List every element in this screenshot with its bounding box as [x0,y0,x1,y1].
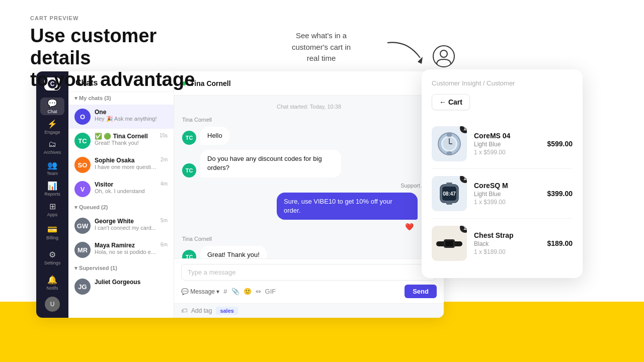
cart-item-name: CoreSQ M [474,182,530,190]
chat-avatar: TC [74,133,91,149]
svg-text:08:47: 08:47 [443,191,456,197]
chat-tags: 🏷 Add tag sales [174,303,444,318]
chat-name: One [95,109,168,116]
msg-avatar: TC [182,250,196,258]
message-bubble: Great! Thank you! [200,246,267,258]
svg-rect-15 [446,183,452,186]
chat-name: ✅ 🟢 Tina Cornell [95,133,155,140]
chat-item-maya[interactable]: MR Maya Ramirez Hola, no se si podido en… [68,238,174,262]
cart-item-qty: 1 x $399.00 [474,199,530,206]
cart-item-price-col: $399.00 [537,190,573,198]
chat-item-tina[interactable]: TC ✅ 🟢 Tina Cornell Great! Thank you! 15… [68,129,174,153]
sidebar-label-team: Team [47,171,58,176]
section-label: CART PREVIEW [30,15,221,21]
msg-avatar: TC [182,131,196,145]
svg-rect-8 [447,151,452,155]
sidebar-item-reports[interactable]: 📊 Reports [40,180,64,198]
cart-item-variant: Light Blue [474,191,530,198]
input-toolbar: 💬 Message ▾ # 📎 🙂 ⇔ GIF Send [181,285,437,298]
cart-item-1: 1 CoreMS 04 Light Blue 1 x $599.00 $599.… [432,119,573,169]
chat-preview: Hola, no se si podido en la fide... [95,249,156,255]
chat-main: Tina Cornell ••• Chat started: Today, 10… [174,71,444,318]
cart-item-variant: Light Blue [474,141,530,148]
attachment-icon[interactable]: 📎 [231,288,239,295]
sidebar-label-engage: Engage [44,130,60,135]
chat-item-george[interactable]: GW George White I can't connect my card.… [68,214,174,238]
notifications-icon: 🔔 [47,275,57,285]
hero-text: CART PREVIEW Use customer details to you… [30,15,221,91]
chat-time: 15s [159,133,168,138]
sidebar: C 💬 Chat ⚡ Engage 🗂 Archives 👥 Team 📊 Re… [36,71,68,318]
cart-item-details-2: CoreSQ M Light Blue 1 x $399.00 [474,182,530,206]
sidebar-item-billing[interactable]: 💳 Billing [40,221,64,243]
chat-name: Maya Ramirez [95,242,156,249]
chat-preview: Oh, ok. I understand [95,188,156,194]
chat-time: 2m [160,157,168,162]
annotation-text: See what's in acustomer's cart inreal ti… [292,30,351,64]
message-sender: Tina Cornell [182,117,436,123]
user-avatar[interactable]: U [45,297,60,312]
chat-input-area: Type a message 💬 Message ▾ # 📎 🙂 ⇔ GIF S… [174,258,444,303]
team-icon: 👥 [47,160,57,170]
svg-marker-0 [418,57,423,64]
svg-rect-7 [447,133,452,137]
send-button[interactable]: Send [405,285,437,298]
chat-preview: I can't connect my card... [95,225,156,231]
msg-row-agent: SA Sure, use VIBE10 to get 10% off your … [182,193,436,220]
chat-name: Juliet Gorgeous [95,279,168,286]
gif-icon[interactable]: GIF [265,288,276,295]
cart-back-button[interactable]: ← Cart [432,94,470,110]
add-tag-label[interactable]: Add tag [191,307,212,314]
cart-item-qty: 1 x $599.00 [474,149,530,156]
agent-bubble: Sure, use VIBE10 to get 10% off your ord… [277,193,418,220]
chat-info: George White I can't connect my card... [95,218,156,231]
code-icon[interactable]: ⇔ [256,288,261,295]
cart-breadcrumb: Customer Insight / Customer [432,79,573,87]
message-group-agent: Support Agent SA Sure, use VIBE10 to get… [182,183,436,231]
msg-row-2: TC Do you have any discount codes for bi… [182,150,436,177]
chat-list: ▾ My chats (3) O One Hey 🎉 Ask me anythi… [68,92,174,318]
chats-panel: Chats ≡ ▾ My chats (3) O One Hey 🎉 Ask m… [68,71,174,318]
sidebar-label-archives: Archives [44,150,61,155]
archives-icon: 🗂 [48,140,56,149]
message-input[interactable]: Type a message [181,264,437,281]
sidebar-item-settings[interactable]: ⚙ Settings [40,246,64,268]
chat-item-visitor[interactable]: V Visitor Oh, ok. I understand 4m [68,177,174,201]
chat-avatar: MR [74,242,91,258]
sidebar-label-notifs: Notifs [46,286,58,291]
sidebar-item-apps[interactable]: ⊞ Apps [40,201,64,218]
section-supervised: ▾ Supervised (1) [68,262,174,275]
chat-preview: Great! Thank you! [95,140,155,146]
cart-item-price-col: $189.00 [537,239,573,247]
sidebar-item-team[interactable]: 👥 Team [40,159,64,177]
cart-item-details-1: CoreMS 04 Light Blue 1 x $599.00 [474,132,530,156]
sidebar-item-notifications[interactable]: 🔔 Notifs [40,272,64,294]
sidebar-label-chat: Chat [47,109,57,114]
hash-icon[interactable]: # [223,288,227,295]
svg-rect-16 [446,202,452,205]
chat-avatar: SO [74,157,91,173]
message-type-selector[interactable]: 💬 Message ▾ [181,288,219,295]
chat-info: Sophie Osaka I have one more question. C… [95,157,156,170]
sidebar-item-engage[interactable]: ⚡ Engage [40,118,64,136]
cart-panel: Customer Insight / Customer ← Cart 1 Cor… [422,69,583,278]
sidebar-label-settings: Settings [44,260,61,265]
sidebar-item-archives[interactable]: 🗂 Archives [40,139,64,156]
chat-avatar: GW [74,218,91,234]
cart-item-details-3: Chest Strap Black 1 x $189.00 [474,231,530,255]
chat-name: Sophie Osaka [95,157,156,164]
chat-item-juliet[interactable]: JG Juliet Gorgeous [68,275,174,299]
chat-item-sophie[interactable]: SO Sophie Osaka I have one more question… [68,153,174,177]
sidebar-item-chat[interactable]: 💬 Chat [40,98,64,115]
agent-label: Support Agent [182,183,436,189]
apps-icon: ⊞ [49,202,56,211]
chat-started-label: Chat started: Today, 10:38 [182,104,436,110]
emoji-icon[interactable]: 🙂 [244,288,252,295]
cart-item-price: $189.00 [537,239,573,247]
message-group-3: Tina Cornell TC Great! Thank you! [182,236,436,258]
cart-item-2: 1 08:47 CoreSQ M Light Blue 1 x $399.00 … [432,169,573,219]
chat-name: George White [95,218,156,225]
chat-item-one[interactable]: O One Hey 🎉 Ask me anything! [68,105,174,129]
sidebar-label-apps: Apps [47,212,58,217]
chat-info: One Hey 🎉 Ask me anything! [95,109,168,122]
